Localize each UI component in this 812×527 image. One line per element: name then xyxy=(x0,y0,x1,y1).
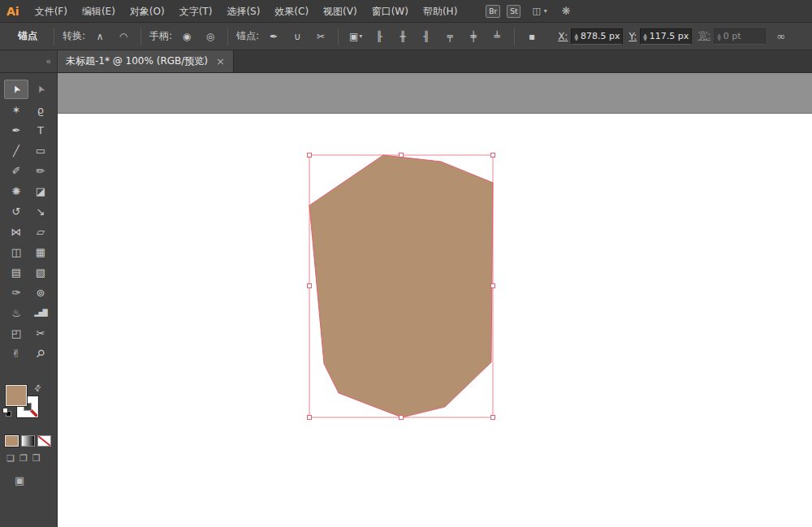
fill-stroke-swatches: ⇄ xyxy=(0,385,58,434)
direct-selection-tool-icon: ➤ xyxy=(34,83,48,95)
tool-rectangle[interactable]: ▭ xyxy=(28,140,53,160)
tool-blob-brush[interactable]: ✺ xyxy=(4,181,28,201)
link-dimensions-icon[interactable]: ∞ xyxy=(776,30,785,42)
align-bottom-button[interactable]: ╧ xyxy=(488,28,506,45)
double-chevron-icon: « xyxy=(45,56,51,67)
tool-pen[interactable]: ✒ xyxy=(4,120,28,140)
draw-inside-button[interactable]: ❒ xyxy=(32,453,41,464)
tool-free-transform[interactable]: ▱ xyxy=(28,222,53,241)
gradient-mode-button[interactable] xyxy=(21,435,35,447)
tool-selection[interactable]: ➤ xyxy=(4,80,28,99)
tool-scale[interactable]: ↘ xyxy=(28,201,53,221)
align-top-button[interactable]: ╤ xyxy=(441,28,459,45)
show-handles-button[interactable]: ◉ xyxy=(178,28,196,45)
menu-edit[interactable]: 编辑(E) xyxy=(75,0,123,23)
style-button[interactable]: St xyxy=(507,5,520,18)
close-icon[interactable]: × xyxy=(216,55,225,67)
document-tab[interactable]: 未标题-1* @ 100% (RGB/预览) × xyxy=(58,50,234,72)
separator xyxy=(227,28,228,45)
color-mode-button[interactable] xyxy=(5,435,19,447)
draw-behind-button[interactable]: ❐ xyxy=(19,453,28,464)
y-position-field[interactable]: ▲▼ 117.5 px xyxy=(640,28,692,45)
x-position-field[interactable]: ▲▼ 878.5 px xyxy=(571,28,623,45)
width-field: ▲▼ 0 pt xyxy=(714,28,766,45)
tool-lasso[interactable]: ϱ xyxy=(28,100,53,119)
draw-mode-buttons: ❏ ❐ ❒ xyxy=(6,453,41,464)
hide-handles-button[interactable]: ◎ xyxy=(201,28,219,45)
swap-fill-stroke-icon[interactable]: ⇄ xyxy=(32,382,43,394)
canvas-area[interactable] xyxy=(58,73,812,527)
cs-live-icon[interactable]: ❋ xyxy=(562,5,571,17)
draw-normal-button[interactable]: ❏ xyxy=(6,453,15,464)
illustrator-logo-icon: Ai xyxy=(0,5,28,18)
stepper-icon[interactable]: ▲▼ xyxy=(643,32,647,41)
tool-symbol-sprayer[interactable]: ♨ xyxy=(4,303,28,322)
convert-to-corner-button[interactable]: ∧ xyxy=(91,28,109,45)
align-h-center-button[interactable]: ╫ xyxy=(394,28,412,45)
remove-anchor-button[interactable]: ✒ xyxy=(265,28,283,45)
color-mode-buttons xyxy=(5,435,51,447)
reference-point-icon[interactable]: ▪ xyxy=(523,28,541,45)
tool-hand[interactable]: ✌ xyxy=(4,343,28,363)
document-tab-bar: « 未标题-1* @ 100% (RGB/预览) × xyxy=(0,50,812,73)
zoom-tool-icon: ⚲ xyxy=(33,346,47,360)
align-right-button[interactable]: ╢ xyxy=(417,28,435,45)
fill-swatch[interactable] xyxy=(6,385,27,406)
x-label[interactable]: X: xyxy=(558,31,568,42)
tool-column-graph[interactable]: ▂▅█ xyxy=(28,303,53,322)
tools-grid: ➤ ➤ ✶ ϱ ✒ T ╱ ▭ ✐ ✏ ✺ ◪ ↺ ↘ ⋈ ▱ ◫ ▦ ▤ ▧ … xyxy=(0,73,57,363)
y-position-group: Y: ▲▼ 117.5 px xyxy=(628,28,692,45)
shape-svg[interactable] xyxy=(58,73,812,527)
separator xyxy=(338,28,339,45)
menu-object[interactable]: 对象(O) xyxy=(123,0,172,23)
tool-paintbrush[interactable]: ✐ xyxy=(4,161,28,180)
arrange-documents-button[interactable]: ◫ ▾ xyxy=(532,6,546,16)
anchors-label: 锚点: xyxy=(236,29,259,43)
menu-effect[interactable]: 效果(C) xyxy=(267,0,316,23)
tool-mesh[interactable]: ▤ xyxy=(4,262,28,282)
menu-window[interactable]: 窗口(W) xyxy=(365,0,416,23)
tool-slice[interactable]: ✂ xyxy=(28,323,53,343)
menu-select[interactable]: 选择(S) xyxy=(219,0,267,23)
tool-eyedropper[interactable]: ✑ xyxy=(4,283,28,302)
default-fill-square xyxy=(2,408,8,413)
tool-type[interactable]: T xyxy=(28,120,53,140)
x-position-value[interactable]: 878.5 px xyxy=(581,31,620,41)
connect-endpoints-button[interactable]: ∪ xyxy=(288,28,306,45)
align-options-dropdown[interactable]: ▣ ▾ xyxy=(347,28,365,45)
tool-gradient[interactable]: ▧ xyxy=(28,262,53,282)
tool-line-segment[interactable]: ╱ xyxy=(4,140,28,160)
cut-path-button[interactable]: ✂ xyxy=(312,28,330,45)
control-bar: 锚点 转换: ∧ ◠ 手柄: ◉ ◎ 锚点: ✒ ∪ ✂ ▣ ▾ ╟ ╫ ╢ ╤… xyxy=(0,23,812,50)
bridge-button[interactable]: Br xyxy=(486,5,500,18)
align-v-center-button[interactable]: ╪ xyxy=(464,28,482,45)
width-group: 宽: ▲▼ 0 pt xyxy=(698,28,766,45)
y-label[interactable]: Y: xyxy=(628,31,637,42)
menu-help[interactable]: 帮助(H) xyxy=(416,0,464,23)
menu-file[interactable]: 文件(F) xyxy=(28,0,75,23)
toolbar-collapse-button[interactable]: « xyxy=(0,50,58,72)
tool-blend[interactable]: ⊚ xyxy=(28,283,53,302)
tool-direct-selection[interactable]: ➤ xyxy=(28,80,53,99)
stepper-icon[interactable]: ▲▼ xyxy=(574,32,578,41)
tool-perspective-grid[interactable]: ▦ xyxy=(28,242,53,261)
tool-shape-builder[interactable]: ◫ xyxy=(4,242,28,261)
screen-mode-button[interactable]: ▣ xyxy=(15,474,24,486)
tool-artboard[interactable]: ◰ xyxy=(4,323,28,343)
menu-view[interactable]: 视图(V) xyxy=(316,0,365,23)
tool-magic-wand[interactable]: ✶ xyxy=(4,100,28,119)
convert-to-smooth-button[interactable]: ◠ xyxy=(114,28,132,45)
tool-eraser[interactable]: ◪ xyxy=(28,181,53,201)
none-mode-button[interactable] xyxy=(37,435,51,447)
tool-width[interactable]: ⋈ xyxy=(4,222,28,241)
separator xyxy=(514,28,515,45)
tool-zoom[interactable]: ⚲ xyxy=(28,343,53,363)
menu-type[interactable]: 文字(T) xyxy=(172,0,220,23)
tool-rotate[interactable]: ↺ xyxy=(4,201,28,221)
y-position-value[interactable]: 117.5 px xyxy=(650,31,689,41)
chevron-down-icon: ▾ xyxy=(359,32,362,40)
tool-pencil[interactable]: ✏ xyxy=(28,161,53,180)
align-left-button[interactable]: ╟ xyxy=(370,28,388,45)
chevron-down-icon: ▾ xyxy=(544,7,547,15)
default-fill-stroke-icon[interactable] xyxy=(2,408,12,417)
